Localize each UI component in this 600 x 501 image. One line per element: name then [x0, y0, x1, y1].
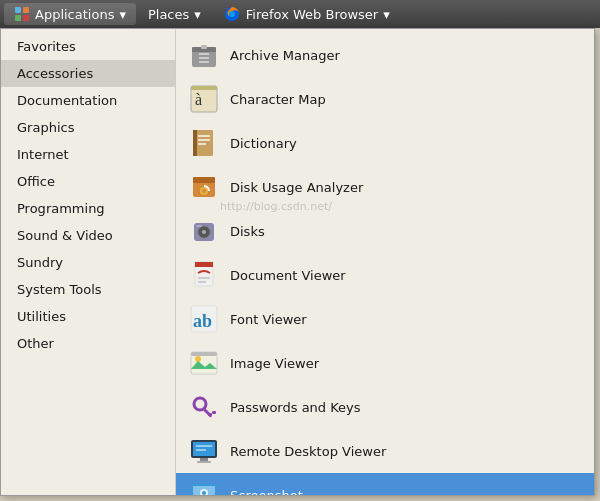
- image-viewer-label: Image Viewer: [230, 356, 319, 371]
- app-character-map[interactable]: à Character Map: [176, 77, 594, 121]
- svg-rect-17: [193, 130, 197, 156]
- archive-manager-icon: [188, 39, 220, 71]
- app-dictionary[interactable]: Dictionary: [176, 121, 594, 165]
- app-archive-manager[interactable]: Archive Manager: [176, 33, 594, 77]
- applications-dropdown: Favorites Accessories Documentation Grap…: [0, 28, 595, 496]
- svg-rect-46: [196, 445, 212, 447]
- applications-arrow: ▾: [119, 7, 126, 22]
- sidebar-item-office[interactable]: Office: [1, 168, 175, 195]
- svg-rect-28: [196, 225, 202, 227]
- screenshot-label: Screenshot: [230, 488, 303, 496]
- svg-rect-41: [212, 411, 216, 414]
- menubar: Applications ▾ Places ▾ Firefox Web Brow…: [0, 0, 600, 28]
- svg-rect-20: [198, 143, 206, 145]
- firefox-menu[interactable]: Firefox Web Browser ▾: [213, 2, 400, 26]
- disk-usage-icon: [188, 171, 220, 203]
- svg-rect-47: [196, 449, 206, 451]
- svg-rect-11: [199, 61, 209, 63]
- character-map-label: Character Map: [230, 92, 326, 107]
- sidebar-item-system-tools[interactable]: System Tools: [1, 276, 175, 303]
- svg-rect-40: [208, 413, 212, 416]
- category-sidebar: Favorites Accessories Documentation Grap…: [1, 29, 176, 495]
- document-viewer-icon: [188, 259, 220, 291]
- svg-rect-44: [200, 458, 208, 461]
- passwords-label: Passwords and Keys: [230, 400, 361, 415]
- sidebar-item-favorites[interactable]: Favorites: [1, 33, 175, 60]
- places-arrow: ▾: [194, 7, 201, 22]
- svg-text:ab: ab: [193, 311, 212, 331]
- firefox-arrow: ▾: [383, 7, 390, 22]
- sidebar-item-accessories[interactable]: Accessories: [1, 60, 175, 87]
- app-document-viewer[interactable]: Document Viewer: [176, 253, 594, 297]
- sidebar-item-utilities[interactable]: Utilities: [1, 303, 175, 330]
- sidebar-item-programming[interactable]: Programming: [1, 195, 175, 222]
- svg-rect-2: [15, 15, 21, 21]
- document-viewer-label: Document Viewer: [230, 268, 346, 283]
- svg-rect-3: [23, 15, 29, 21]
- sidebar-item-documentation[interactable]: Documentation: [1, 87, 175, 114]
- svg-point-5: [229, 11, 235, 17]
- applications-menu[interactable]: Applications ▾: [4, 3, 136, 25]
- svg-rect-19: [198, 139, 210, 141]
- svg-rect-22: [193, 177, 215, 183]
- archive-manager-label: Archive Manager: [230, 48, 340, 63]
- firefox-label: Firefox Web Browser: [246, 7, 378, 22]
- font-viewer-label: Font Viewer: [230, 312, 307, 327]
- remote-desktop-label: Remote Desktop Viewer: [230, 444, 386, 459]
- svg-point-27: [202, 230, 206, 234]
- svg-rect-0: [15, 7, 21, 13]
- applications-icon: [14, 6, 30, 22]
- app-screenshot[interactable]: Screenshot: [176, 473, 594, 495]
- dictionary-icon: [188, 127, 220, 159]
- svg-rect-31: [198, 277, 210, 279]
- svg-rect-10: [199, 57, 209, 59]
- svg-point-53: [202, 491, 206, 495]
- screenshot-icon: [188, 479, 220, 495]
- app-disk-usage[interactable]: Disk Usage Analyzer: [176, 165, 594, 209]
- disks-icon: [188, 215, 220, 247]
- places-menu[interactable]: Places ▾: [138, 4, 211, 25]
- svg-text:à: à: [195, 91, 202, 108]
- app-font-viewer[interactable]: ab Font Viewer: [176, 297, 594, 341]
- sidebar-item-sundry[interactable]: Sundry: [1, 249, 175, 276]
- sidebar-item-sound-video[interactable]: Sound & Video: [1, 222, 175, 249]
- places-label: Places: [148, 7, 189, 22]
- sidebar-item-other[interactable]: Other: [1, 330, 175, 357]
- disks-label: Disks: [230, 224, 265, 239]
- image-viewer-icon: [188, 347, 220, 379]
- svg-rect-18: [198, 135, 210, 137]
- apps-list: Archive Manager à Character Map: [176, 29, 594, 495]
- svg-point-24: [202, 189, 206, 193]
- svg-rect-45: [197, 461, 211, 463]
- applications-label: Applications: [35, 7, 114, 22]
- svg-rect-30: [195, 262, 213, 267]
- sidebar-item-graphics[interactable]: Graphics: [1, 114, 175, 141]
- svg-rect-8: [201, 45, 207, 49]
- disk-usage-label: Disk Usage Analyzer: [230, 180, 363, 195]
- firefox-icon: [223, 5, 241, 23]
- svg-rect-32: [198, 281, 206, 283]
- sidebar-item-internet[interactable]: Internet: [1, 141, 175, 168]
- app-remote-desktop[interactable]: Remote Desktop Viewer: [176, 429, 594, 473]
- svg-rect-37: [191, 352, 217, 356]
- dictionary-label: Dictionary: [230, 136, 297, 151]
- passwords-icon: [188, 391, 220, 423]
- app-disks[interactable]: Disks: [176, 209, 594, 253]
- svg-rect-15: [191, 86, 217, 90]
- svg-rect-1: [23, 7, 29, 13]
- svg-rect-9: [199, 53, 209, 55]
- character-map-icon: à: [188, 83, 220, 115]
- font-viewer-icon: ab: [188, 303, 220, 335]
- svg-rect-39: [202, 407, 213, 418]
- remote-desktop-icon: [188, 435, 220, 467]
- app-image-viewer[interactable]: Image Viewer: [176, 341, 594, 385]
- app-passwords[interactable]: Passwords and Keys: [176, 385, 594, 429]
